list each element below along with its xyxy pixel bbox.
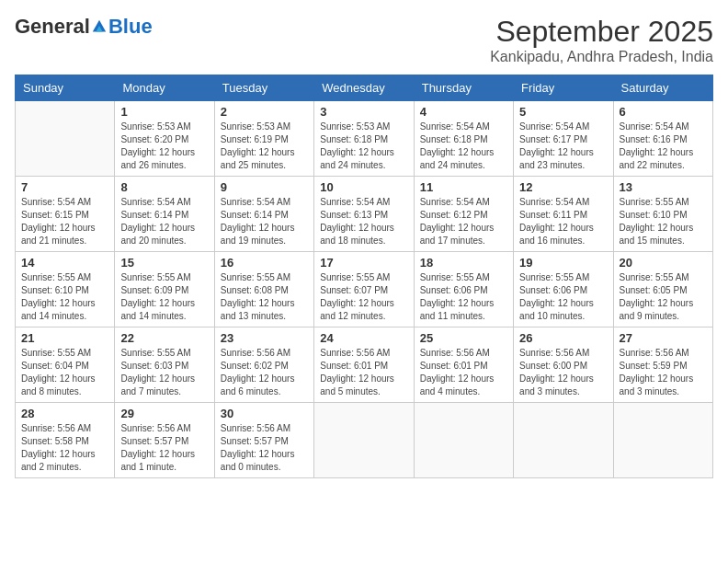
- day-info: Sunrise: 5:54 AM Sunset: 6:17 PM Dayligh…: [519, 121, 607, 172]
- day-cell: 10Sunrise: 5:54 AM Sunset: 6:13 PM Dayli…: [314, 177, 414, 252]
- day-cell: 17Sunrise: 5:55 AM Sunset: 6:07 PM Dayli…: [314, 252, 414, 327]
- day-info: Sunrise: 5:56 AM Sunset: 5:59 PM Dayligh…: [620, 347, 707, 398]
- day-info: Sunrise: 5:56 AM Sunset: 6:01 PM Dayligh…: [320, 347, 407, 398]
- day-header-wednesday: Wednesday: [314, 75, 414, 101]
- day-cell: 30Sunrise: 5:56 AM Sunset: 5:57 PM Dayli…: [214, 403, 313, 478]
- day-info: Sunrise: 5:55 AM Sunset: 6:04 PM Dayligh…: [21, 347, 108, 398]
- location: Kankipadu, Andhra Pradesh, India: [490, 49, 713, 65]
- day-cell: 12Sunrise: 5:54 AM Sunset: 6:11 PM Dayli…: [514, 177, 613, 252]
- day-info: Sunrise: 5:54 AM Sunset: 6:15 PM Dayligh…: [21, 196, 108, 247]
- calendar: SundayMondayTuesdayWednesdayThursdayFrid…: [15, 75, 713, 478]
- day-number: 9: [221, 180, 308, 194]
- day-number: 6: [620, 105, 707, 119]
- day-cell: 19Sunrise: 5:55 AM Sunset: 6:06 PM Dayli…: [514, 252, 613, 327]
- day-number: 26: [519, 331, 607, 345]
- day-info: Sunrise: 5:53 AM Sunset: 6:19 PM Dayligh…: [221, 121, 308, 172]
- day-info: Sunrise: 5:55 AM Sunset: 6:07 PM Dayligh…: [320, 271, 407, 323]
- day-info: Sunrise: 5:55 AM Sunset: 6:09 PM Dayligh…: [120, 271, 208, 323]
- day-info: Sunrise: 5:55 AM Sunset: 6:10 PM Dayligh…: [21, 271, 108, 323]
- day-info: Sunrise: 5:54 AM Sunset: 6:12 PM Dayligh…: [420, 196, 507, 247]
- day-info: Sunrise: 5:56 AM Sunset: 6:01 PM Dayligh…: [420, 347, 507, 398]
- day-cell: 24Sunrise: 5:56 AM Sunset: 6:01 PM Dayli…: [314, 327, 414, 403]
- day-number: 19: [519, 256, 607, 270]
- day-cell: 4Sunrise: 5:54 AM Sunset: 6:18 PM Daylig…: [414, 101, 513, 177]
- day-cell: 23Sunrise: 5:56 AM Sunset: 6:02 PM Dayli…: [214, 327, 313, 403]
- day-number: 10: [320, 180, 407, 194]
- day-info: Sunrise: 5:54 AM Sunset: 6:18 PM Dayligh…: [420, 121, 507, 172]
- day-info: Sunrise: 5:56 AM Sunset: 5:57 PM Dayligh…: [120, 422, 208, 474]
- day-number: 18: [420, 256, 507, 270]
- day-number: 13: [620, 180, 707, 194]
- day-number: 12: [519, 180, 607, 194]
- day-cell: [16, 101, 115, 177]
- day-header-tuesday: Tuesday: [214, 75, 313, 101]
- day-number: 21: [21, 331, 108, 345]
- day-number: 27: [620, 331, 707, 345]
- day-number: 7: [21, 180, 108, 194]
- day-cell: 20Sunrise: 5:55 AM Sunset: 6:05 PM Dayli…: [613, 252, 712, 327]
- day-info: Sunrise: 5:56 AM Sunset: 5:57 PM Dayligh…: [221, 422, 308, 474]
- day-info: Sunrise: 5:54 AM Sunset: 6:14 PM Dayligh…: [120, 196, 208, 247]
- day-cell: 27Sunrise: 5:56 AM Sunset: 5:59 PM Dayli…: [613, 327, 712, 403]
- day-cell: [314, 403, 414, 478]
- week-row-1: 1Sunrise: 5:53 AM Sunset: 6:20 PM Daylig…: [16, 101, 713, 177]
- day-cell: 14Sunrise: 5:55 AM Sunset: 6:10 PM Dayli…: [16, 252, 115, 327]
- day-cell: 22Sunrise: 5:55 AM Sunset: 6:03 PM Dayli…: [115, 327, 214, 403]
- day-number: 23: [221, 331, 308, 345]
- day-info: Sunrise: 5:55 AM Sunset: 6:10 PM Dayligh…: [620, 196, 707, 247]
- day-header-thursday: Thursday: [414, 75, 513, 101]
- day-cell: 26Sunrise: 5:56 AM Sunset: 6:00 PM Dayli…: [514, 327, 613, 403]
- day-number: 20: [620, 256, 707, 270]
- day-number: 25: [420, 331, 507, 345]
- logo-general: General: [15, 15, 90, 39]
- day-cell: [414, 403, 513, 478]
- calendar-body: 1Sunrise: 5:53 AM Sunset: 6:20 PM Daylig…: [16, 101, 713, 478]
- day-info: Sunrise: 5:54 AM Sunset: 6:13 PM Dayligh…: [320, 196, 407, 247]
- day-cell: 3Sunrise: 5:53 AM Sunset: 6:18 PM Daylig…: [314, 101, 414, 177]
- day-info: Sunrise: 5:53 AM Sunset: 6:20 PM Dayligh…: [120, 121, 208, 172]
- day-cell: 16Sunrise: 5:55 AM Sunset: 6:08 PM Dayli…: [214, 252, 313, 327]
- day-number: 2: [221, 105, 308, 119]
- day-number: 4: [420, 105, 507, 119]
- week-row-2: 7Sunrise: 5:54 AM Sunset: 6:15 PM Daylig…: [16, 177, 713, 252]
- day-cell: 25Sunrise: 5:56 AM Sunset: 6:01 PM Dayli…: [414, 327, 513, 403]
- day-cell: 28Sunrise: 5:56 AM Sunset: 5:58 PM Dayli…: [16, 403, 115, 478]
- week-row-5: 28Sunrise: 5:56 AM Sunset: 5:58 PM Dayli…: [16, 403, 713, 478]
- week-row-4: 21Sunrise: 5:55 AM Sunset: 6:04 PM Dayli…: [16, 327, 713, 403]
- day-header-sunday: Sunday: [16, 75, 115, 101]
- day-number: 29: [120, 407, 208, 420]
- day-number: 14: [21, 256, 108, 270]
- day-header-saturday: Saturday: [613, 75, 712, 101]
- week-row-3: 14Sunrise: 5:55 AM Sunset: 6:10 PM Dayli…: [16, 252, 713, 327]
- day-cell: 13Sunrise: 5:55 AM Sunset: 6:10 PM Dayli…: [613, 177, 712, 252]
- day-info: Sunrise: 5:56 AM Sunset: 6:02 PM Dayligh…: [221, 347, 308, 398]
- day-number: 30: [221, 407, 308, 420]
- day-number: 11: [420, 180, 507, 194]
- day-cell: 2Sunrise: 5:53 AM Sunset: 6:19 PM Daylig…: [214, 101, 313, 177]
- day-number: 5: [519, 105, 607, 119]
- logo: General Blue: [15, 15, 153, 39]
- page-header: General Blue September 2025 Kankipadu, A…: [15, 15, 713, 65]
- day-cell: [613, 403, 712, 478]
- day-cell: 9Sunrise: 5:54 AM Sunset: 6:14 PM Daylig…: [214, 177, 313, 252]
- day-cell: 5Sunrise: 5:54 AM Sunset: 6:17 PM Daylig…: [514, 101, 613, 177]
- day-header-friday: Friday: [514, 75, 613, 101]
- day-cell: 21Sunrise: 5:55 AM Sunset: 6:04 PM Dayli…: [16, 327, 115, 403]
- day-cell: 29Sunrise: 5:56 AM Sunset: 5:57 PM Dayli…: [115, 403, 214, 478]
- day-header-monday: Monday: [115, 75, 214, 101]
- day-cell: 7Sunrise: 5:54 AM Sunset: 6:15 PM Daylig…: [16, 177, 115, 252]
- day-number: 1: [120, 105, 208, 119]
- day-cell: 6Sunrise: 5:54 AM Sunset: 6:16 PM Daylig…: [613, 101, 712, 177]
- day-number: 24: [320, 331, 407, 345]
- day-number: 3: [320, 105, 407, 119]
- day-info: Sunrise: 5:53 AM Sunset: 6:18 PM Dayligh…: [320, 121, 407, 172]
- day-cell: 18Sunrise: 5:55 AM Sunset: 6:06 PM Dayli…: [414, 252, 513, 327]
- day-number: 16: [221, 256, 308, 270]
- day-number: 15: [120, 256, 208, 270]
- logo-blue: Blue: [108, 15, 153, 39]
- day-number: 8: [120, 180, 208, 194]
- day-info: Sunrise: 5:55 AM Sunset: 6:06 PM Dayligh…: [519, 271, 607, 323]
- month-title: September 2025: [490, 15, 713, 49]
- day-cell: 1Sunrise: 5:53 AM Sunset: 6:20 PM Daylig…: [115, 101, 214, 177]
- day-cell: 15Sunrise: 5:55 AM Sunset: 6:09 PM Dayli…: [115, 252, 214, 327]
